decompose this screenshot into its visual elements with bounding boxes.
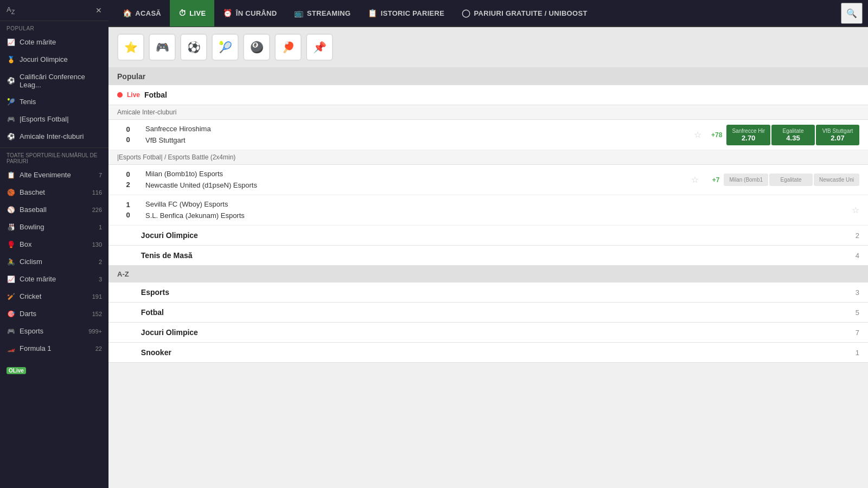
match-teams: Milan (Bomb1to) Esports Newcastle United… xyxy=(139,169,691,191)
favorite-button[interactable]: ☆ xyxy=(694,130,701,140)
sidebar-item-calificari[interactable]: ⚽ Calificări Conference Leag... xyxy=(0,68,108,93)
odds-btn-away[interactable]: VfB Stuttgart 2.07 xyxy=(816,125,859,145)
calificari-icon: ⚽ xyxy=(7,76,15,85)
sidebar-item-amicale[interactable]: ⚽ Amicale Inter-cluburi xyxy=(0,128,108,145)
filter-esports[interactable]: 🎮 xyxy=(149,34,176,61)
sport-name: Jocuri Olimpice xyxy=(141,328,198,337)
section-count: 3 xyxy=(856,288,859,297)
more-bets-label[interactable]: +7 xyxy=(703,176,719,184)
sidebar-item-formula1[interactable]: 🏎️ Formula 1 22 xyxy=(0,340,108,357)
filter-biliard[interactable]: 🎱 xyxy=(243,34,270,61)
sidebar-item-label: Cote mărite xyxy=(20,38,102,46)
sidebar-az-label: AZ xyxy=(7,5,15,15)
section-count: 2 xyxy=(856,232,859,240)
odds-label-draw: Egalitate xyxy=(777,128,809,134)
sidebar-item-bowling[interactable]: 🎳 Bowling 1 xyxy=(0,219,108,236)
sidebar-item-count: 226 xyxy=(92,207,102,213)
odds-btn-away[interactable]: Newcastle Uni xyxy=(814,174,859,186)
az-icon: AZ xyxy=(7,5,15,15)
nav-acasa-label: ACASĂ xyxy=(135,9,161,17)
cricket-icon: 🏏 xyxy=(7,292,15,301)
nav-acasa[interactable]: 🏠 ACASĂ xyxy=(114,0,170,27)
odds-value-away: 2.07 xyxy=(821,134,854,142)
odds-btn-home[interactable]: Sanfrecce Hir 2.70 xyxy=(726,125,770,145)
sidebar-item-cote-marite-all[interactable]: 📈 Cote mărite 3 xyxy=(0,271,108,288)
jocuri-olimpice-az-row[interactable]: Live Jocuri Olimpice 7 xyxy=(108,323,868,343)
sidebar-item-label: Tenis xyxy=(20,98,102,106)
fotbal-section-header[interactable]: Live Fotbal xyxy=(108,85,868,105)
search-button[interactable]: 🔍 xyxy=(841,3,863,24)
sidebar-item-tenis[interactable]: 🎾 Tenis xyxy=(0,93,108,111)
sidebar-item-count: 116 xyxy=(92,189,102,196)
main-content: 🏠 ACASĂ ⏱ LIVE ⏰ ÎN CURÂND 📺 STREAMING 📋… xyxy=(108,0,868,488)
snooker-az-row[interactable]: Live Snooker 1 xyxy=(108,343,868,363)
sidebar-divider xyxy=(0,147,108,148)
favorite-button[interactable]: ☆ xyxy=(691,175,699,185)
odds-btn-draw[interactable]: Egalitate xyxy=(769,174,813,186)
score-home: 0 xyxy=(117,170,139,179)
amicale-icon: ⚽ xyxy=(7,132,15,141)
sport-name-fotbal: Fotbal xyxy=(144,91,167,99)
sport-name: Esports xyxy=(141,288,169,297)
sidebar-item-alte-evenimente[interactable]: 📋 Alte Evenimente 7 xyxy=(0,166,108,184)
ciclism-icon: 🚴 xyxy=(7,258,15,266)
sidebar-item-box[interactable]: 🥊 Box 130 xyxy=(0,236,108,253)
favorite-button[interactable]: ☆ xyxy=(852,205,859,215)
section-count: 1 xyxy=(856,349,859,357)
sidebar-item-label: Esports xyxy=(20,327,84,335)
live-label: Live xyxy=(127,91,140,99)
match-actions: ☆ +7 Milan (Bomb1 Egalitate Newcastle Un… xyxy=(691,174,859,186)
odds-btn-home[interactable]: Milan (Bomb1 xyxy=(724,174,768,186)
nav-pariuri-gratuite[interactable]: ◯ PARIURI GRATUITE / UNIBOOST xyxy=(453,0,596,27)
sidebar-item-count: 191 xyxy=(92,293,102,300)
sidebar-item-ciclism[interactable]: 🚴 Ciclism 2 xyxy=(0,253,108,271)
top-navigation: 🏠 ACASĂ ⏱ LIVE ⏰ ÎN CURÂND 📺 STREAMING 📋… xyxy=(108,0,868,27)
nav-in-curand[interactable]: ⏰ ÎN CURÂND xyxy=(214,0,285,27)
section-count: 5 xyxy=(856,309,859,317)
sport-name: Fotbal xyxy=(141,308,164,317)
sidebar-item-olive[interactable]: OLive xyxy=(0,363,108,378)
score-away: 0 xyxy=(117,135,139,145)
esports-az-row[interactable]: Live Esports 3 xyxy=(108,282,868,303)
baschet-icon: 🏀 xyxy=(7,188,15,197)
sidebar-item-label: Baseball xyxy=(20,206,88,214)
sidebar-item-cricket[interactable]: 🏏 Cricket 191 xyxy=(0,288,108,305)
sidebar-item-esports[interactable]: 🎮 Esports 999+ xyxy=(0,323,108,340)
esports-subsection: |Esports Fotbal| / Esports Battle (2x4mi… xyxy=(108,150,868,165)
acasa-icon: 🏠 xyxy=(123,9,132,17)
sidebar-item-baseball[interactable]: ⚾ Baseball 226 xyxy=(0,201,108,219)
nav-istoric[interactable]: 📋 ISTORIC PARIERE xyxy=(359,0,453,27)
istoric-icon: 📋 xyxy=(368,9,377,17)
fotbal-az-row[interactable]: Live Fotbal 5 xyxy=(108,303,868,323)
sidebar-item-cote-marite[interactable]: 📈 Cote mărite xyxy=(0,34,108,51)
jocuri-olimpice-live-row[interactable]: Live Jocuri Olimpice 2 xyxy=(108,226,868,246)
nav-streaming[interactable]: 📺 STREAMING xyxy=(285,0,359,27)
nav-streaming-label: STREAMING xyxy=(307,9,351,17)
sidebar-item-darts[interactable]: 🎯 Darts 152 xyxy=(0,305,108,323)
olive-badge: OLive xyxy=(7,367,26,374)
odds-btn-draw[interactable]: Egalitate 4.35 xyxy=(771,125,815,145)
content-area: Popular Live Fotbal Amicale Inter-clubur… xyxy=(108,68,868,363)
section-count: 4 xyxy=(856,252,859,260)
tenis-masa-live-row[interactable]: Live Tenis de Masă 4 xyxy=(108,246,868,266)
sidebar-item-label: Amicale Inter-cluburi xyxy=(20,132,102,140)
odds-label-draw: Egalitate xyxy=(775,177,807,183)
sidebar-item-esports-fotbal[interactable]: 🎮 |Esports Fotbal| xyxy=(0,111,108,128)
match-scores: 1 0 xyxy=(117,200,139,220)
sidebar-item-jocuri-olimpice[interactable]: 🏅 Jocuri Olimpice xyxy=(0,51,108,68)
nav-live[interactable]: ⏱ LIVE xyxy=(170,0,214,27)
filter-tenis-masa[interactable]: 🏓 xyxy=(275,34,302,61)
nav-pariuri-gratuite-label: PARIURI GRATUITE / UNIBOOST xyxy=(474,9,588,17)
filter-rugby[interactable]: 📌 xyxy=(306,34,333,61)
close-icon[interactable]: ✕ xyxy=(95,6,102,15)
filter-fotbal[interactable]: ⚽ xyxy=(180,34,207,61)
live-dot xyxy=(117,92,123,98)
sport-name: Tenis de Masă xyxy=(141,251,193,260)
nav-istoric-label: ISTORIC PARIERE xyxy=(381,9,444,17)
sidebar-item-baschet[interactable]: 🏀 Baschet 116 xyxy=(0,184,108,201)
live-label: Live xyxy=(122,288,135,297)
filter-favorites[interactable]: ⭐ xyxy=(117,34,144,61)
more-bets-label[interactable]: +78 xyxy=(706,131,722,139)
filter-tenis[interactable]: 🎾 xyxy=(212,34,239,61)
match-row: 0 2 Milan (Bomb1to) Esports Newcastle Un… xyxy=(108,165,868,195)
